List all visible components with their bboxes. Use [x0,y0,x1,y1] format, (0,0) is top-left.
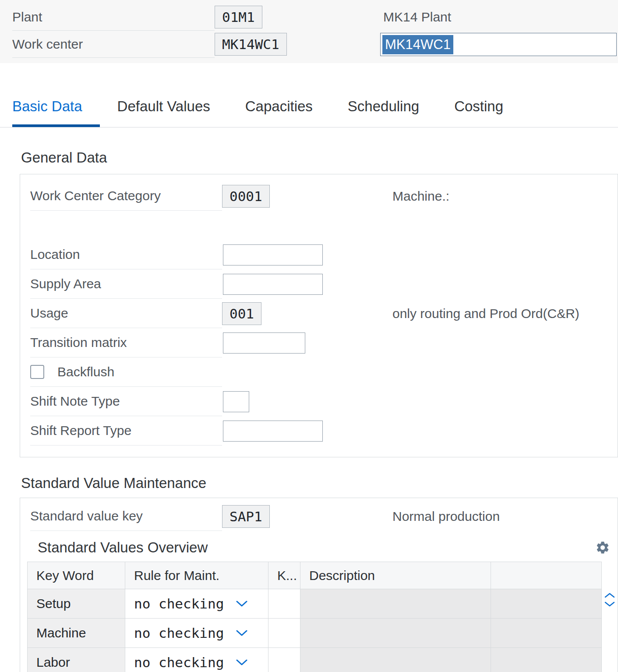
table-row-labor-keyword: Labor [28,648,125,672]
col-header-description[interactable]: Description [300,562,491,589]
standard-values-overview-title: Standard Values Overview [38,539,594,556]
col-header-rule-for-maint[interactable]: Rule for Maint. [125,562,268,589]
work-center-input[interactable]: MK14WC1 [380,33,617,56]
standard-value-key-row: Standard value key SAP1 Normal productio… [20,502,618,531]
tab-basic-data[interactable]: Basic Data [12,92,100,127]
table-row-machine-keyword: Machine [28,619,125,648]
table-row-machine-k-cell[interactable] [268,619,300,648]
standard-values-table: Key Word Rule for Maint. K... Descriptio… [27,562,618,672]
table-row-machine-extra [491,619,602,648]
table-row-setup-keyword: Setup [28,589,125,619]
tab-costing[interactable]: Costing [437,92,521,127]
work-center-value-field[interactable]: MK14WC1 [215,33,287,56]
gear-icon [595,540,610,555]
shift-report-type-label: Shift Report Type [30,416,222,446]
work-center-page: Plant 01M1 MK14 Plant Work center MK14WC… [0,0,618,672]
standard-values-overview-header: Standard Values Overview [38,539,611,556]
work-center-input-selected-text: MK14WC1 [382,35,453,54]
table-row-labor-description [300,648,491,672]
backflush-checkbox[interactable] [30,365,44,379]
table-row-setup-rule-dropdown[interactable]: no checking [125,589,268,619]
col-header-key-word[interactable]: Key Word [28,562,125,589]
standard-value-key-field[interactable]: SAP1 [222,505,270,528]
standard-value-key-description: Normal production [392,509,500,524]
work-center-label: Work center [12,31,215,58]
plant-value-field[interactable]: 01M1 [215,6,262,28]
table-row-labor-k-cell[interactable] [268,648,300,672]
shift-note-type-row: Shift Note Type [20,387,618,416]
standard-value-key-label: Standard value key [30,502,222,531]
table-row-setup-description [300,589,491,619]
rule-value: no checking [134,654,224,670]
usage-label: Usage [30,299,222,328]
plant-row: Plant 01M1 MK14 Plant [0,4,618,31]
shift-report-type-input[interactable] [223,421,323,442]
table-row-labor-rule-dropdown[interactable]: no checking [125,648,268,672]
standard-value-maintenance-box: Standard value key SAP1 Normal productio… [20,498,618,672]
table-settings-button[interactable] [594,539,611,556]
location-label: Location [30,240,222,269]
shift-note-type-label: Shift Note Type [30,387,222,416]
rule-value: no checking [134,596,224,612]
standard-values-grid: Key Word Rule for Maint. K... Descriptio… [27,562,602,672]
table-row-setup-k-cell[interactable] [268,589,300,619]
work-center-category-label: Work Center Category [30,181,222,211]
tab-capacities[interactable]: Capacities [228,92,330,127]
backflush-row: Backflush [20,357,618,387]
rule-value: no checking [134,625,224,641]
supply-area-row: Supply Area [20,269,618,299]
table-row-setup-extra [491,589,602,619]
transition-matrix-row: Transition matrix [20,328,618,357]
tab-scheduling[interactable]: Scheduling [330,92,437,127]
location-row: Location [20,240,618,269]
supply-area-input[interactable] [223,274,323,295]
shift-report-type-row: Shift Report Type [20,416,618,446]
usage-field[interactable]: 001 [222,302,261,325]
table-row-machine-description [300,619,491,648]
col-header-empty [491,562,602,589]
work-center-category-description: Machine.: [392,189,449,204]
header-section: Plant 01M1 MK14 Plant Work center MK14WC… [0,0,618,63]
scroll-down-icon[interactable] [604,601,615,607]
scroll-up-icon[interactable] [604,592,615,598]
transition-matrix-input[interactable] [223,332,305,354]
chevron-down-icon [236,600,247,607]
backflush-label-cell: Backflush [30,357,222,387]
table-row-labor-extra [491,648,602,672]
general-data-box: Work Center Category 0001 Machine.: Loca… [20,174,618,457]
table-row-machine-rule-dropdown[interactable]: no checking [125,619,268,648]
tab-bar: Basic Data Default Values Capacities Sch… [0,92,618,127]
row-spacer [20,211,618,240]
backflush-label: Backflush [57,364,114,379]
location-input[interactable] [223,244,323,265]
transition-matrix-label: Transition matrix [30,328,222,357]
table-scrollbar[interactable] [602,589,618,672]
plant-label: Plant [12,4,215,31]
work-center-category-row: Work Center Category 0001 Machine.: [20,181,618,211]
usage-description: only routing and Prod Ord(C&R) [392,306,579,321]
plant-description: MK14 Plant [383,10,451,25]
chevron-down-icon [236,630,247,637]
tab-default-values[interactable]: Default Values [100,92,228,127]
work-center-row: Work center MK14WC1 MK14WC1 [0,31,618,58]
general-data-title: General Data [21,149,618,166]
col-header-k[interactable]: K... [268,562,300,589]
chevron-down-icon [236,659,247,666]
usage-row: Usage 001 only routing and Prod Ord(C&R) [20,299,618,328]
work-center-category-field[interactable]: 0001 [222,185,270,208]
standard-value-maintenance-title: Standard Value Maintenance [21,475,618,492]
shift-note-type-input[interactable] [223,391,249,412]
supply-area-label: Supply Area [30,269,222,299]
